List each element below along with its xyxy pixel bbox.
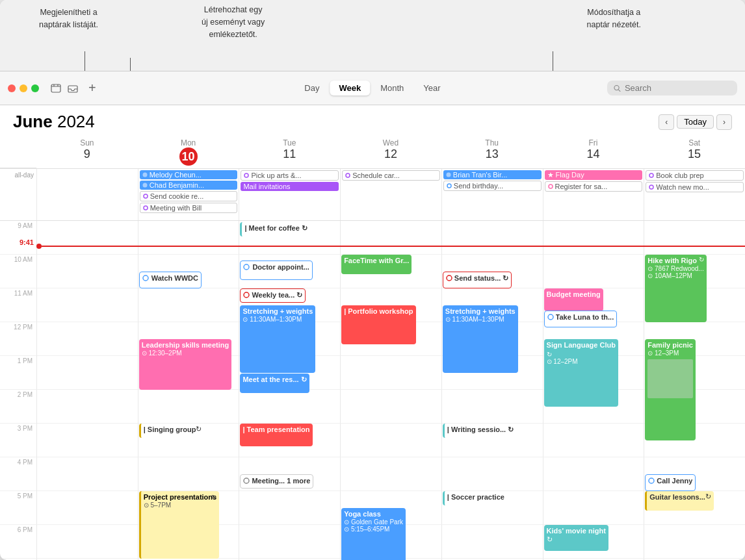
fullscreen-button[interactable] bbox=[31, 84, 39, 92]
svg-point-13 bbox=[446, 173, 451, 177]
event-kids-movie[interactable]: Kids' movie night ↻ bbox=[544, 525, 608, 551]
event-meet-res[interactable]: Meet at the res... ↻ bbox=[240, 374, 309, 393]
event-singing-group[interactable]: | Singing group↻ bbox=[139, 424, 205, 438]
time-6pm: 6 PM bbox=[0, 525, 36, 559]
tab-year[interactable]: Year bbox=[414, 81, 449, 95]
time-2pm: 2 PM bbox=[0, 390, 36, 424]
search-input[interactable] bbox=[625, 83, 731, 93]
event-writing-session[interactable]: | Writing sessio... ↻ bbox=[443, 424, 516, 438]
event-weekly-tea[interactable]: Weekly tea... ↻ bbox=[240, 288, 306, 303]
grid-tue-2 bbox=[239, 390, 340, 424]
grid-sun-4 bbox=[36, 457, 138, 491]
event-soccer-practice[interactable]: | Soccer practice bbox=[443, 491, 507, 505]
allday-event[interactable]: Meeting with Bill bbox=[140, 203, 238, 213]
event-doctor-appoint[interactable]: Doctor appoint... bbox=[240, 261, 312, 280]
grid-wed-3 bbox=[340, 424, 441, 457]
view-tabs: Day Week Month Year bbox=[295, 81, 449, 95]
grid-sun-1 bbox=[36, 356, 138, 390]
grid-wed-9 bbox=[340, 221, 441, 255]
allday-event[interactable]: Send birthday... bbox=[443, 181, 542, 191]
event-budget-meeting[interactable]: Budget meeting bbox=[544, 288, 603, 311]
next-button[interactable]: › bbox=[716, 114, 732, 130]
svg-point-19 bbox=[244, 292, 249, 298]
search-icon bbox=[614, 84, 621, 92]
grid-thu-9 bbox=[441, 221, 543, 255]
time-grid-scroll[interactable]: .hgrid-row { display: contents; } .hgrid… bbox=[0, 221, 745, 560]
grid-fri-4 bbox=[543, 457, 644, 491]
allday-label: all-day bbox=[0, 169, 36, 220]
grid-wed-1 bbox=[340, 356, 441, 390]
prev-button[interactable]: ‹ bbox=[659, 114, 674, 130]
day-header-wed: Wed 12 bbox=[340, 136, 441, 168]
allday-event[interactable]: Book club prep bbox=[646, 170, 744, 181]
event-portfolio-workshop[interactable]: | Portfolio workshop bbox=[341, 305, 415, 344]
event-call-jenny[interactable]: Call Jenny bbox=[645, 474, 696, 491]
grid-tue-6 bbox=[239, 525, 340, 559]
event-meet-for-coffee[interactable]: | Meet for coffee ↻ bbox=[240, 222, 309, 236]
event-guitar-lessons[interactable]: Guitar lessons...↻ bbox=[645, 491, 714, 511]
time-12pm: 12 PM bbox=[0, 322, 36, 356]
event-leadership[interactable]: Leadership skills meeting ⊙ 12:30–2PM bbox=[139, 339, 232, 390]
allday-event[interactable]: Melody Cheun... bbox=[140, 170, 238, 179]
grid-sun-3 bbox=[36, 424, 138, 457]
event-project-presentations[interactable]: Project presentations ⊙ 5–7PM ↻ bbox=[139, 491, 219, 559]
event-yoga-class[interactable]: Yoga class ⊙ Golden Gate Park ⊙ 5:15–6:4… bbox=[341, 508, 406, 560]
allday-event[interactable]: ★ Flag Day bbox=[545, 170, 643, 180]
grid-fri-5 bbox=[543, 491, 644, 525]
annotation-right: Módosíthatja anaptár nézetét. bbox=[587, 6, 641, 31]
event-icon bbox=[649, 173, 654, 178]
event-facetime[interactable]: FaceTime with Gr... bbox=[341, 255, 412, 274]
allday-sat: Book club prep Watch new mo... bbox=[644, 169, 745, 220]
allday-event[interactable]: Chad Benjamin... bbox=[140, 181, 238, 190]
svg-point-7 bbox=[142, 173, 147, 177]
svg-point-23 bbox=[548, 314, 553, 320]
allday-section: all-day Melody Cheun... Chad Benjamin...… bbox=[0, 169, 745, 221]
event-meeting-more[interactable]: Meeting... 1 more bbox=[240, 474, 313, 489]
grid-tue-5 bbox=[239, 491, 340, 525]
day-header-fri: Fri 14 bbox=[543, 136, 644, 168]
event-stretching-thu[interactable]: Stretching + weights ⊙ 11:30AM–1:30PM bbox=[443, 305, 518, 373]
event-watch-wwdc[interactable]: Watch WWDC bbox=[139, 272, 202, 288]
event-icon bbox=[446, 172, 451, 177]
search-box[interactable] bbox=[607, 81, 737, 95]
event-take-luna[interactable]: Take Luna to th... bbox=[544, 311, 618, 327]
time-4pm: 4 PM bbox=[0, 457, 36, 491]
allday-mon: Melody Cheun... Chad Benjamin... Send co… bbox=[138, 169, 239, 220]
today-button[interactable]: Today bbox=[677, 115, 714, 129]
allday-event[interactable]: Pick up arts &... bbox=[241, 170, 339, 181]
event-send-status[interactable]: Send status... ↻ bbox=[443, 272, 512, 288]
tab-month[interactable]: Month bbox=[371, 81, 413, 95]
allday-event[interactable]: Brian Tran's Bir... bbox=[443, 170, 542, 179]
svg-point-20 bbox=[244, 478, 249, 483]
allday-event[interactable]: Register for sa... bbox=[545, 181, 643, 192]
svg-point-17 bbox=[649, 185, 653, 189]
event-sign-language[interactable]: Sign Language Club ↻ ⊙ 12–2PM bbox=[544, 339, 618, 407]
time-1pm: 1 PM bbox=[0, 356, 36, 390]
allday-sun bbox=[36, 169, 138, 220]
event-family-picnic[interactable]: Family picnic ⊙ 12–3PM bbox=[645, 339, 696, 440]
toolbar-icons bbox=[49, 82, 79, 95]
svg-point-5 bbox=[614, 85, 619, 90]
tab-day[interactable]: Day bbox=[295, 81, 328, 95]
allday-event[interactable]: Schedule car... bbox=[342, 170, 440, 181]
event-team-presentation[interactable]: | Team presentation bbox=[240, 424, 312, 446]
annotation-left: Megjelenítheti anaptárak listáját. bbox=[39, 6, 98, 31]
grid-thu-4 bbox=[441, 457, 543, 491]
calendar-list-icon[interactable] bbox=[49, 82, 62, 95]
svg-point-14 bbox=[447, 184, 451, 188]
inbox-icon[interactable] bbox=[66, 82, 79, 95]
svg-point-22 bbox=[447, 275, 452, 281]
day-header-sat: Sat 15 bbox=[644, 136, 745, 168]
allday-event[interactable]: Watch new mo... bbox=[646, 182, 744, 192]
event-stretching-tue[interactable]: Stretching + weights ⊙ 11:30AM–1:30PM bbox=[240, 305, 315, 373]
allday-event[interactable]: Send cookie re... bbox=[140, 191, 238, 201]
minimize-button[interactable] bbox=[20, 84, 27, 92]
tab-week[interactable]: Week bbox=[330, 81, 370, 95]
allday-event[interactable]: Mail invitations bbox=[241, 182, 339, 191]
add-event-button[interactable]: + bbox=[88, 81, 96, 95]
traffic-lights bbox=[8, 84, 39, 92]
time-10am: 10 AM bbox=[0, 255, 36, 288]
grid-mon-9 bbox=[138, 221, 239, 255]
event-hike-rigo[interactable]: Hike with Rigo↻ ⊙ 7867 Redwood... ⊙ 10AM… bbox=[645, 255, 706, 322]
close-button[interactable] bbox=[8, 84, 16, 92]
